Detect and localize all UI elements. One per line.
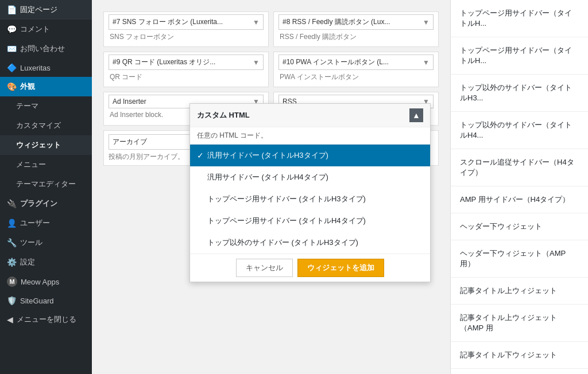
sidebar-item-settings[interactable]: ⚙️ 設定 (0, 252, 92, 272)
widget-row-2: #9 QR コード (Luxeritas オリジ... ▼ QR コード #10… (103, 52, 439, 87)
dropdown-arrow-icon3: ▼ (253, 59, 260, 67)
panel-item-7[interactable]: ヘッダー下ウィジェット (451, 213, 588, 240)
dropdown-options-list: ✓ 汎用サイドバー (タイトルH3タイプ) ✓ 汎用サイドバー (タイトルH4タ… (190, 144, 430, 254)
panel-item-3[interactable]: トップ以外のサイドバー（タイトルH3... (451, 75, 588, 112)
sidebar-item-widget[interactable]: ウィジェット (0, 135, 92, 155)
sidebar-item-fixed-page[interactable]: 📄 固定ページ (0, 0, 92, 20)
panel-item-6[interactable]: AMP 用サイドバー（H4タイプ） (451, 186, 588, 213)
add-widget-button[interactable]: ウィジェットを追加 (297, 259, 384, 277)
sidebar-item-customize[interactable]: カスタマイズ (0, 116, 92, 135)
widget-rss-feedly: #8 RSS / Feedly 購読ボタン (Lux... ▼ RSS / Fe… (273, 11, 439, 47)
dropdown-option-5[interactable]: ✓ トップ以外のサイドバー (タイトルH3タイプ) (190, 232, 430, 254)
check-icon-3: ✓ (197, 194, 204, 204)
settings-icon: ⚙️ (7, 258, 17, 267)
luxeritas-icon: 🔷 (7, 63, 17, 72)
widget-pwa: #10 PWA インストールボタン (L... ▼ PWA インストールボタン (273, 52, 439, 87)
panel-item-11[interactable]: 記事タイトル下ウィジェット (451, 342, 588, 369)
panel-item-1[interactable]: トップページ用サイドバー（タイトルH... (451, 0, 588, 37)
widget-pwa-label: PWA インストールボタン (278, 70, 434, 84)
sidebar-item-menu[interactable]: メニュー (0, 155, 92, 174)
sidebar-item-tools[interactable]: 🔧 ツール (0, 233, 92, 252)
widget-row-1: #7 SNS フォロー ボタン (Luxerita... ▼ SNS フォローボ… (103, 11, 439, 47)
sidebar-item-contact[interactable]: ✉️ お問い合わせ (0, 39, 92, 59)
dropdown-header: カスタム HTML ▲ (190, 104, 430, 127)
meow-icon: M (7, 276, 17, 287)
dropdown-arrow-icon4: ▼ (423, 59, 430, 67)
check-icon-2: ✓ (197, 173, 204, 182)
user-icon: 👤 (7, 219, 17, 228)
panel-item-5[interactable]: スクロール追従サイドバー（H4タイプ） (451, 149, 588, 186)
widget-sns-follow: #7 SNS フォロー ボタン (Luxerita... ▼ SNS フォローボ… (103, 11, 269, 47)
dropdown-arrow-icon2: ▼ (423, 18, 430, 26)
dropdown-description: 任意の HTML コード。 (190, 127, 430, 144)
dropdown-footer: キャンセル ウィジェットを追加 (190, 254, 430, 282)
panel-item-10[interactable]: 記事タイトル上ウィジェット（AMP 用 (451, 305, 588, 342)
panel-item-12[interactable]: 記事タイトル下ウィジェット（AMP 用 (451, 369, 588, 374)
sidebar-item-siteguard[interactable]: 🛡️ SiteGuard (0, 291, 92, 310)
sidebar-item-close-menu[interactable]: ◀ メニューを閉じる (0, 310, 92, 329)
appearance-icon: 🎨 (7, 82, 17, 91)
widget-pwa-select[interactable]: #10 PWA インストールボタン (L... ▼ (278, 54, 434, 70)
widget-sns-select[interactable]: #7 SNS フォロー ボタン (Luxerita... ▼ (109, 14, 264, 30)
page-icon: 📄 (7, 5, 17, 14)
widget-dropdown-modal: カスタム HTML ▲ 任意の HTML コード。 ✓ 汎用サイドバー (タイト… (189, 103, 431, 282)
sidebar-item-theme[interactable]: テーマ (0, 96, 92, 116)
widget-qr-label: QR コード (109, 70, 264, 84)
comment-icon: 💬 (7, 25, 17, 34)
check-icon: ✓ (197, 151, 204, 160)
main-content: #7 SNS フォロー ボタン (Luxerita... ▼ SNS フォローボ… (92, 0, 588, 374)
panel-item-4[interactable]: トップ以外のサイドバー（タイトルH4... (451, 112, 588, 149)
sidebar-item-luxeritas[interactable]: 🔷 Luxeritas (0, 59, 92, 77)
panel-item-8[interactable]: ヘッダー下ウィジェット（AMP 用） (451, 240, 588, 278)
check-icon-4: ✓ (197, 216, 204, 225)
dropdown-option-4[interactable]: ✓ トップページ用サイドバー (タイトルH4タイプ) (190, 210, 430, 232)
sidebar-item-appearance[interactable]: 🎨 外観 (0, 77, 92, 96)
panel-item-9[interactable]: 記事タイトル上ウィジェット (451, 278, 588, 305)
dropdown-title: カスタム HTML (197, 110, 250, 120)
dropdown-option-3[interactable]: ✓ トップページ用サイドバー (タイトルH3タイプ) (190, 188, 430, 210)
widget-sns-label: SNS フォローボタン (109, 30, 264, 44)
sidebar-item-meow-apps[interactable]: M Meow Apps (0, 272, 92, 291)
sidebar-item-user[interactable]: 👤 ユーザー (0, 213, 92, 233)
right-panel: トップページ用サイドバー（タイトルH... トップページ用サイドバー（タイトルH… (450, 0, 588, 374)
sidebar-item-theme-editor[interactable]: テーマエディター (0, 174, 92, 194)
tools-icon: 🔧 (7, 238, 17, 247)
check-icon-5: ✓ (197, 238, 204, 247)
sidebar-item-plugin[interactable]: 🔌 プラグイン (0, 194, 92, 213)
sidebar-item-comment[interactable]: 💬 コメント (0, 20, 92, 39)
sidebar: 📄 固定ページ 💬 コメント ✉️ お問い合わせ 🔷 Luxeritas 🎨 外… (0, 0, 92, 374)
widget-rss-select[interactable]: #8 RSS / Feedly 購読ボタン (Lux... ▼ (278, 14, 434, 30)
panel-item-2[interactable]: トップページ用サイドバー（タイトルH... (451, 37, 588, 75)
widget-qr: #9 QR コード (Luxeritas オリジ... ▼ QR コード (103, 52, 269, 87)
widget-rss-label: RSS / Feedly 購読ボタン (278, 30, 434, 44)
chevron-left-icon: ◀ (7, 315, 13, 324)
shield-icon: 🛡️ (7, 296, 17, 305)
dropdown-up-button[interactable]: ▲ (409, 108, 423, 122)
cancel-button[interactable]: キャンセル (236, 259, 293, 277)
dropdown-arrow-icon: ▼ (253, 18, 260, 26)
email-icon: ✉️ (7, 44, 17, 53)
plugin-icon: 🔌 (7, 199, 17, 208)
widget-qr-select[interactable]: #9 QR コード (Luxeritas オリジ... ▼ (109, 54, 264, 70)
content-area: #7 SNS フォロー ボタン (Luxerita... ▼ SNS フォローボ… (92, 0, 588, 374)
dropdown-option-1[interactable]: ✓ 汎用サイドバー (タイトルH3タイプ) (190, 145, 430, 166)
dropdown-option-2[interactable]: ✓ 汎用サイドバー (タイトルH4タイプ) (190, 166, 430, 188)
